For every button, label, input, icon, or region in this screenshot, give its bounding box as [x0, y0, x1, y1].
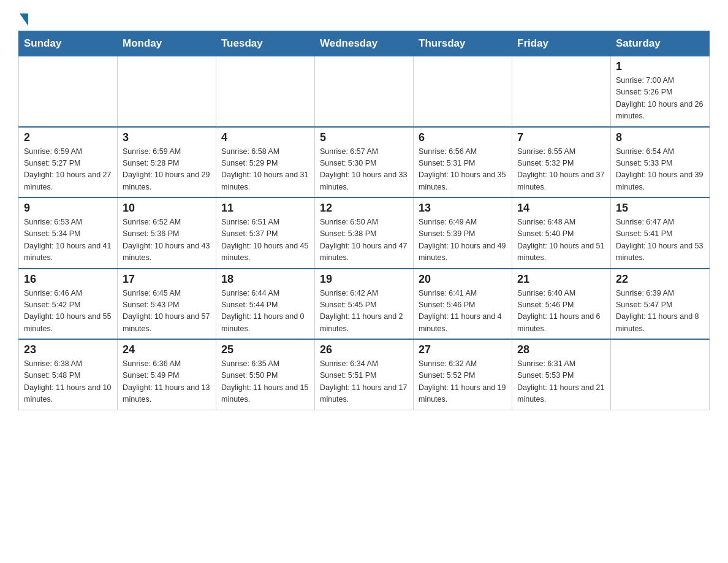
day-info: Sunrise: 6:52 AMSunset: 5:36 PMDaylight:…: [123, 216, 211, 264]
day-info: Sunrise: 6:49 AMSunset: 5:39 PMDaylight:…: [419, 216, 507, 264]
header-friday: Friday: [512, 31, 611, 56]
day-info: Sunrise: 6:47 AMSunset: 5:41 PMDaylight:…: [616, 216, 704, 264]
day-info: Sunrise: 6:36 AMSunset: 5:49 PMDaylight:…: [123, 358, 211, 406]
calendar-cell: [118, 56, 216, 127]
day-info: Sunrise: 6:56 AMSunset: 5:31 PMDaylight:…: [419, 146, 507, 194]
day-info: Sunrise: 6:38 AMSunset: 5:48 PMDaylight:…: [24, 358, 112, 406]
calendar-cell: 8Sunrise: 6:54 AMSunset: 5:33 PMDaylight…: [611, 127, 710, 198]
day-number: 2: [24, 131, 112, 144]
day-number: 8: [616, 131, 704, 144]
day-info: Sunrise: 6:58 AMSunset: 5:29 PMDaylight:…: [221, 146, 309, 194]
calendar-cell: 24Sunrise: 6:36 AMSunset: 5:49 PMDayligh…: [118, 339, 216, 410]
calendar-cell: 21Sunrise: 6:40 AMSunset: 5:46 PMDayligh…: [512, 269, 611, 340]
calendar-cell: 11Sunrise: 6:51 AMSunset: 5:37 PMDayligh…: [216, 197, 315, 269]
calendar-cell: [611, 339, 710, 410]
day-number: 16: [24, 273, 112, 286]
calendar-week-row: 9Sunrise: 6:53 AMSunset: 5:34 PMDaylight…: [19, 197, 710, 269]
calendar-cell: 18Sunrise: 6:44 AMSunset: 5:44 PMDayligh…: [216, 269, 315, 340]
day-number: 5: [320, 131, 408, 144]
day-number: 6: [419, 131, 507, 144]
day-info: Sunrise: 6:35 AMSunset: 5:50 PMDaylight:…: [221, 358, 309, 406]
day-number: 28: [517, 343, 605, 356]
day-info: Sunrise: 6:48 AMSunset: 5:40 PMDaylight:…: [517, 216, 605, 264]
day-info: Sunrise: 6:46 AMSunset: 5:42 PMDaylight:…: [24, 288, 112, 335]
day-info: Sunrise: 6:59 AMSunset: 5:27 PMDaylight:…: [24, 146, 112, 194]
day-number: 4: [221, 131, 309, 144]
calendar-cell: 16Sunrise: 6:46 AMSunset: 5:42 PMDayligh…: [19, 269, 118, 340]
day-number: 23: [24, 343, 112, 356]
day-number: 3: [123, 131, 211, 144]
day-info: Sunrise: 6:44 AMSunset: 5:44 PMDaylight:…: [221, 288, 309, 335]
calendar-cell: [216, 56, 315, 127]
day-number: 24: [123, 343, 211, 356]
header-tuesday: Tuesday: [216, 31, 315, 56]
day-number: 22: [616, 273, 704, 286]
calendar-cell: 1Sunrise: 7:00 AMSunset: 5:26 PMDaylight…: [611, 56, 710, 127]
day-number: 21: [517, 273, 605, 286]
header-thursday: Thursday: [414, 31, 512, 56]
day-info: Sunrise: 6:51 AMSunset: 5:37 PMDaylight:…: [221, 216, 309, 264]
calendar-cell: 17Sunrise: 6:45 AMSunset: 5:43 PMDayligh…: [118, 269, 216, 340]
calendar-cell: [414, 56, 512, 127]
calendar-cell: 15Sunrise: 6:47 AMSunset: 5:41 PMDayligh…: [611, 197, 710, 269]
day-number: 27: [419, 343, 507, 356]
day-number: 25: [221, 343, 309, 356]
calendar-cell: 9Sunrise: 6:53 AMSunset: 5:34 PMDaylight…: [19, 197, 118, 269]
day-number: 20: [419, 273, 507, 286]
calendar-cell: 28Sunrise: 6:31 AMSunset: 5:53 PMDayligh…: [512, 339, 611, 410]
day-number: 14: [517, 202, 605, 215]
day-info: Sunrise: 6:39 AMSunset: 5:47 PMDaylight:…: [616, 288, 704, 335]
day-number: 13: [419, 202, 507, 215]
header-saturday: Saturday: [611, 31, 710, 56]
logo: [18, 12, 29, 25]
day-info: Sunrise: 6:31 AMSunset: 5:53 PMDaylight:…: [517, 358, 605, 406]
header-wednesday: Wednesday: [315, 31, 414, 56]
calendar-cell: 2Sunrise: 6:59 AMSunset: 5:27 PMDaylight…: [19, 127, 118, 198]
day-number: 9: [24, 202, 112, 215]
calendar-table: SundayMondayTuesdayWednesdayThursdayFrid…: [18, 31, 710, 410]
day-info: Sunrise: 6:32 AMSunset: 5:52 PMDaylight:…: [419, 358, 507, 406]
day-info: Sunrise: 6:50 AMSunset: 5:38 PMDaylight:…: [320, 216, 408, 264]
day-info: Sunrise: 6:45 AMSunset: 5:43 PMDaylight:…: [123, 288, 211, 335]
calendar-cell: 25Sunrise: 6:35 AMSunset: 5:50 PMDayligh…: [216, 339, 315, 410]
day-number: 15: [616, 202, 704, 215]
calendar-cell: 7Sunrise: 6:55 AMSunset: 5:32 PMDaylight…: [512, 127, 611, 198]
calendar-cell: 10Sunrise: 6:52 AMSunset: 5:36 PMDayligh…: [118, 197, 216, 269]
calendar-week-row: 16Sunrise: 6:46 AMSunset: 5:42 PMDayligh…: [19, 269, 710, 340]
day-info: Sunrise: 6:42 AMSunset: 5:45 PMDaylight:…: [320, 288, 408, 335]
calendar-cell: 3Sunrise: 6:59 AMSunset: 5:28 PMDaylight…: [118, 127, 216, 198]
calendar-week-row: 23Sunrise: 6:38 AMSunset: 5:48 PMDayligh…: [19, 339, 710, 410]
day-info: Sunrise: 6:53 AMSunset: 5:34 PMDaylight:…: [24, 216, 112, 264]
calendar-header-row: SundayMondayTuesdayWednesdayThursdayFrid…: [19, 31, 710, 56]
day-number: 26: [320, 343, 408, 356]
day-info: Sunrise: 7:00 AMSunset: 5:26 PMDaylight:…: [616, 75, 704, 123]
calendar-cell: [19, 56, 118, 127]
day-number: 18: [221, 273, 309, 286]
calendar-cell: 26Sunrise: 6:34 AMSunset: 5:51 PMDayligh…: [315, 339, 414, 410]
calendar-cell: 5Sunrise: 6:57 AMSunset: 5:30 PMDaylight…: [315, 127, 414, 198]
day-number: 17: [123, 273, 211, 286]
calendar-cell: 13Sunrise: 6:49 AMSunset: 5:39 PMDayligh…: [414, 197, 512, 269]
header-sunday: Sunday: [19, 31, 118, 56]
calendar-cell: [315, 56, 414, 127]
day-info: Sunrise: 6:59 AMSunset: 5:28 PMDaylight:…: [123, 146, 211, 194]
calendar-cell: 22Sunrise: 6:39 AMSunset: 5:47 PMDayligh…: [611, 269, 710, 340]
calendar-cell: [512, 56, 611, 127]
day-number: 1: [616, 60, 704, 73]
day-info: Sunrise: 6:40 AMSunset: 5:46 PMDaylight:…: [517, 288, 605, 335]
day-number: 19: [320, 273, 408, 286]
day-number: 11: [221, 202, 309, 215]
day-number: 7: [517, 131, 605, 144]
calendar-cell: 14Sunrise: 6:48 AMSunset: 5:40 PMDayligh…: [512, 197, 611, 269]
day-info: Sunrise: 6:55 AMSunset: 5:32 PMDaylight:…: [517, 146, 605, 194]
calendar-cell: 27Sunrise: 6:32 AMSunset: 5:52 PMDayligh…: [414, 339, 512, 410]
calendar-cell: 6Sunrise: 6:56 AMSunset: 5:31 PMDaylight…: [414, 127, 512, 198]
calendar-cell: 20Sunrise: 6:41 AMSunset: 5:46 PMDayligh…: [414, 269, 512, 340]
calendar-cell: 23Sunrise: 6:38 AMSunset: 5:48 PMDayligh…: [19, 339, 118, 410]
calendar-cell: 4Sunrise: 6:58 AMSunset: 5:29 PMDaylight…: [216, 127, 315, 198]
calendar-cell: 19Sunrise: 6:42 AMSunset: 5:45 PMDayligh…: [315, 269, 414, 340]
calendar-week-row: 2Sunrise: 6:59 AMSunset: 5:27 PMDaylight…: [19, 127, 710, 198]
day-info: Sunrise: 6:34 AMSunset: 5:51 PMDaylight:…: [320, 358, 408, 406]
day-info: Sunrise: 6:41 AMSunset: 5:46 PMDaylight:…: [419, 288, 507, 335]
day-number: 10: [123, 202, 211, 215]
